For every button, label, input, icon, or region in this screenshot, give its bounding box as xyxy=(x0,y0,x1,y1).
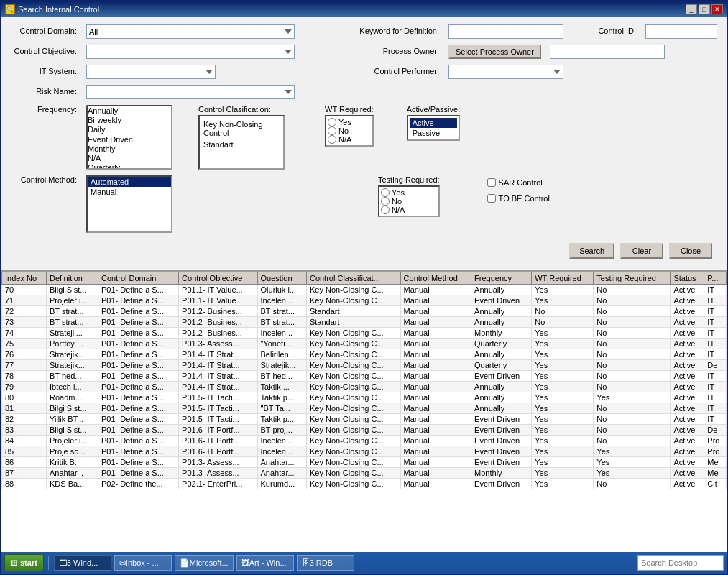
table-cell: Kritik B... xyxy=(47,457,98,468)
testing-yes-radio[interactable] xyxy=(381,188,390,197)
table-cell: 77 xyxy=(2,360,47,371)
table-row[interactable]: 82Yillik BT...P01- Define a S...P01.5- I… xyxy=(2,414,727,425)
taskbar-item-microsoft[interactable]: 📄 Microsoft... xyxy=(175,555,234,571)
table-cell: Active xyxy=(671,403,704,414)
method-manual[interactable]: Manual xyxy=(88,187,171,197)
active-option[interactable]: Active xyxy=(410,118,458,128)
table-row[interactable]: 85Proje so...P01- Define a S...P01.6- IT… xyxy=(2,446,727,457)
table-cell: Yes xyxy=(532,295,594,306)
table-row[interactable]: 80Roadm...P01- Define a S...P01.5- IT Ta… xyxy=(2,392,727,403)
table-cell: Key Non-Closing C... xyxy=(306,446,400,457)
table-row[interactable]: 77Stratejik...P01- Define a S...P01.4- I… xyxy=(2,360,727,371)
table-row[interactable]: 75Portfoy ...P01- Define a S...P01.3- As… xyxy=(2,339,727,349)
table-cell: No xyxy=(594,306,671,317)
table-cell: Manual xyxy=(400,479,471,489)
table-cell: Stratejii... xyxy=(47,328,98,339)
minimize-button[interactable]: _ xyxy=(686,4,697,14)
control-domain-select[interactable]: All xyxy=(86,24,295,39)
table-cell: Manual xyxy=(400,382,471,392)
select-process-owner-button[interactable]: Select Process Owner xyxy=(448,45,541,59)
table-row[interactable]: 86Kritik B...P01- Define a S...P01.3- As… xyxy=(2,457,727,468)
taskbar-item-wind[interactable]: 🗔 3 Wind... xyxy=(54,555,111,571)
wt-no-radio[interactable] xyxy=(328,126,336,135)
taskbar-item-inbox[interactable]: ✉ Inbox - ... xyxy=(114,555,172,571)
table-cell: P01- Define a S... xyxy=(98,285,179,295)
search-desktop-input[interactable] xyxy=(637,555,724,571)
clear-button[interactable]: Clear xyxy=(620,243,663,259)
table-row[interactable]: 83Bilgi Sist...P01- Define a S...P01.6- … xyxy=(2,425,727,436)
table-row[interactable]: 87Anahtar...P01- Define a S...P01.3- Ass… xyxy=(2,468,727,479)
sar-control-checkbox[interactable] xyxy=(487,178,496,187)
testing-na-radio[interactable] xyxy=(381,206,390,214)
table-cell: No xyxy=(594,479,671,489)
col-control-domain: Control Domain xyxy=(98,272,179,285)
keyword-input[interactable] xyxy=(448,24,563,39)
table-cell: No xyxy=(594,285,671,295)
table-cell: BT strat... xyxy=(47,306,98,317)
passive-option[interactable]: Passive xyxy=(410,128,458,138)
table-cell: Annually xyxy=(471,403,532,414)
wt-na-radio[interactable] xyxy=(328,135,336,144)
table-cell: Yes xyxy=(532,371,594,382)
freq-na[interactable]: N/A xyxy=(88,154,171,163)
it-system-select[interactable] xyxy=(86,65,216,79)
table-cell: Active xyxy=(671,414,704,425)
table-cell: P01- Define a S... xyxy=(98,457,179,468)
start-button[interactable]: ⊞ start xyxy=(4,554,44,571)
table-cell: Standart xyxy=(306,306,400,317)
table-row[interactable]: 88KDS Ba...P02- Define the...P02.1- Ente… xyxy=(2,479,727,489)
method-automated[interactable]: Automated xyxy=(88,177,171,187)
freq-event-driven[interactable]: Event Driven xyxy=(88,135,171,144)
search-button[interactable]: Search xyxy=(569,243,614,259)
table-row[interactable]: 74Stratejii...P01- Define a S...P01.2- B… xyxy=(2,328,727,339)
table-cell: No xyxy=(594,425,671,436)
process-owner-input[interactable] xyxy=(550,45,665,59)
table-cell: P01- Define a S... xyxy=(98,414,179,425)
table-row[interactable]: 70Bilgi Sist...P01- Define a S...P01.1- … xyxy=(2,285,727,295)
freq-monthly[interactable]: Monthly xyxy=(88,144,171,154)
table-cell: Yes xyxy=(594,446,671,457)
table-row[interactable]: 73BT strat...P01- Define a S...P01.2- Bu… xyxy=(2,317,727,328)
table-cell: Active xyxy=(671,425,704,436)
control-objective-select[interactable] xyxy=(86,45,295,59)
table-cell: Active xyxy=(671,436,704,446)
taskbar-item-rdb[interactable]: 🗄 3 RDB xyxy=(297,555,354,571)
close-button[interactable]: Close xyxy=(669,243,712,259)
table-cell: Event Driven xyxy=(471,436,532,446)
table-row[interactable]: 76Stratejik...P01- Define a S...P01.4- I… xyxy=(2,349,727,360)
sar-tobe-container: SAR Control TO BE Control xyxy=(487,175,550,206)
frequency-listbox[interactable]: Annually Bi-weekly Daily Event Driven Mo… xyxy=(86,105,172,170)
table-cell: Incelen... xyxy=(257,436,306,446)
table-cell: P01- Define a S... xyxy=(98,371,179,382)
table-cell: Me xyxy=(704,457,727,468)
row-4: Risk Name: xyxy=(9,85,719,99)
table-row[interactable]: 81Bilgi Sist...P01- Define a S...P01.5- … xyxy=(2,403,727,414)
table-row[interactable]: 79Ibtech i...P01- Define a S...P01.4- IT… xyxy=(2,382,727,392)
testing-no-radio[interactable] xyxy=(381,197,390,206)
table-cell: Active xyxy=(671,392,704,403)
table-row[interactable]: 72BT strat...P01- Define a S...P01.2- Bu… xyxy=(2,306,727,317)
control-performer-select[interactable] xyxy=(448,65,563,79)
testing-required-label: Testing Required: xyxy=(378,175,440,185)
freq-annually[interactable]: Annually xyxy=(88,106,171,116)
freq-daily[interactable]: Daily xyxy=(88,125,171,134)
control-method-label: Control Method: xyxy=(9,175,80,184)
table-wrapper[interactable]: Index No Definition Control Domain Contr… xyxy=(1,272,727,552)
control-id-input[interactable] xyxy=(645,24,717,39)
table-cell: Yes xyxy=(532,468,594,479)
risk-name-select[interactable] xyxy=(86,85,295,99)
taskbar-item-art[interactable]: 🖼 Art - Win... xyxy=(236,555,294,571)
table-cell: Kurumd... xyxy=(257,479,306,489)
freq-quarterly[interactable]: Quarterly xyxy=(88,163,171,170)
table-cell: Key Non-Closing C... xyxy=(306,436,400,446)
table-cell: IT xyxy=(704,382,727,392)
freq-biweekly[interactable]: Bi-weekly xyxy=(88,116,171,125)
maximize-button[interactable]: □ xyxy=(699,4,710,14)
table-row[interactable]: 71Projeler i...P01- Define a S...P01.1- … xyxy=(2,295,727,306)
table-row[interactable]: 84Projeler i...P01- Define a S...P01.6- … xyxy=(2,436,727,446)
close-window-button[interactable]: ✕ xyxy=(711,4,723,14)
table-row[interactable]: 78BT hed...P01- Define a S...P01.4- IT S… xyxy=(2,371,727,382)
tobe-control-checkbox[interactable] xyxy=(487,194,496,203)
table-cell: Pro xyxy=(704,446,727,457)
wt-yes-radio[interactable] xyxy=(328,118,336,126)
